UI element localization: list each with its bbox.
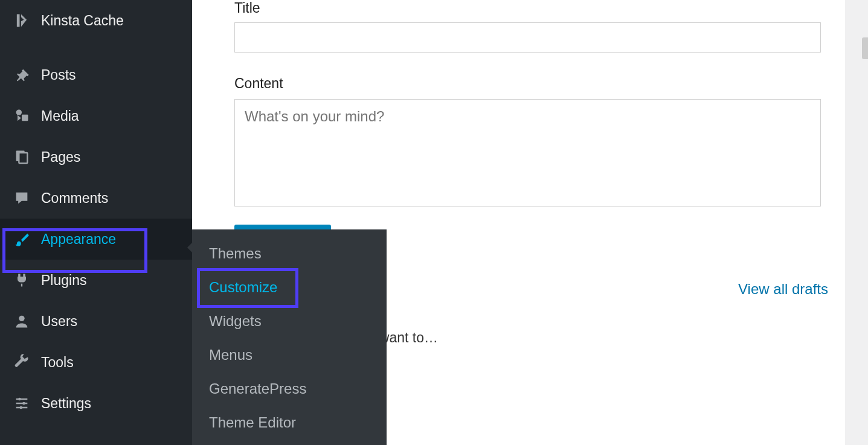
content-field-label: Content xyxy=(234,75,821,92)
plug-icon xyxy=(11,269,33,291)
sidebar-item-users[interactable]: Users xyxy=(0,301,192,342)
submenu-item-theme-editor[interactable]: Theme Editor xyxy=(192,406,387,440)
media-icon xyxy=(11,105,33,127)
kinsta-icon xyxy=(11,10,33,31)
appearance-submenu: Themes Customize Widgets Menus GenerateP… xyxy=(192,229,387,445)
right-gutter xyxy=(845,0,868,445)
admin-sidebar: Kinsta Cache Posts Media Pages Comments … xyxy=(0,0,192,445)
sidebar-item-comments[interactable]: Comments xyxy=(0,178,192,219)
pages-icon xyxy=(11,146,33,168)
submenu-item-menus[interactable]: Menus xyxy=(192,338,387,372)
sliders-icon xyxy=(11,392,33,414)
svg-point-5 xyxy=(18,398,21,401)
sidebar-item-label: Media xyxy=(41,108,79,124)
sidebar-item-label: Appearance xyxy=(41,231,116,248)
sidebar-item-pages[interactable]: Pages xyxy=(0,136,192,178)
sidebar-item-label: Users xyxy=(41,313,77,330)
sidebar-item-label: Tools xyxy=(41,354,74,371)
title-input[interactable] xyxy=(234,22,821,53)
scrollbar-handle[interactable] xyxy=(862,37,868,59)
sidebar-item-kinsta-cache[interactable]: Kinsta Cache xyxy=(0,0,192,41)
sidebar-item-plugins[interactable]: Plugins xyxy=(0,260,192,301)
sidebar-item-appearance[interactable]: Appearance xyxy=(0,219,192,260)
sidebar-item-media[interactable]: Media xyxy=(0,95,192,136)
content-textarea[interactable] xyxy=(234,99,821,206)
brush-icon xyxy=(11,228,33,250)
view-all-drafts-link[interactable]: View all drafts xyxy=(738,281,828,298)
svg-rect-1 xyxy=(22,115,28,121)
sidebar-item-label: Plugins xyxy=(41,272,86,289)
wrench-icon xyxy=(11,351,33,373)
sidebar-item-settings[interactable]: Settings xyxy=(0,383,192,424)
sidebar-item-label: Kinsta Cache xyxy=(41,13,124,29)
svg-point-6 xyxy=(22,402,25,405)
sidebar-item-label: Settings xyxy=(41,395,91,412)
submenu-item-generatepress[interactable]: GeneratePress xyxy=(192,372,387,406)
svg-rect-3 xyxy=(19,153,27,164)
pin-icon xyxy=(11,64,33,86)
sidebar-item-label: Comments xyxy=(41,190,108,206)
sidebar-item-label: Pages xyxy=(41,149,80,165)
svg-point-0 xyxy=(16,110,22,115)
submenu-item-widgets[interactable]: Widgets xyxy=(192,304,387,338)
sidebar-item-posts[interactable]: Posts xyxy=(0,54,192,95)
user-icon xyxy=(11,310,33,332)
sidebar-item-tools[interactable]: Tools xyxy=(0,342,192,383)
title-field-label: Title xyxy=(234,0,821,16)
submenu-item-customize[interactable]: Customize xyxy=(192,271,387,304)
svg-point-4 xyxy=(19,316,24,321)
submenu-item-themes[interactable]: Themes xyxy=(192,237,387,271)
comment-icon xyxy=(11,187,33,209)
svg-point-7 xyxy=(20,406,23,409)
sidebar-item-label: Posts xyxy=(41,67,76,83)
